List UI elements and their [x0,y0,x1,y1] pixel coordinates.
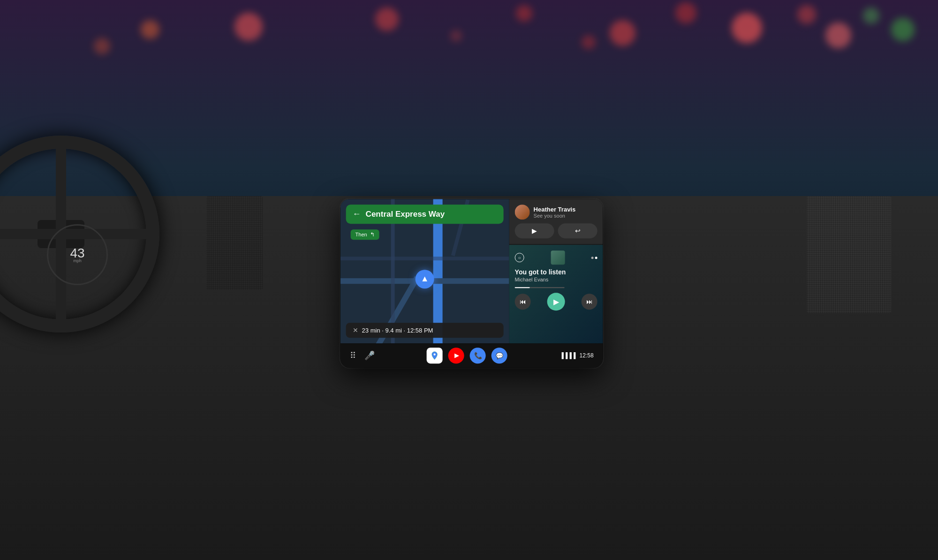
bokeh-light [863,8,879,24]
dot-1 [591,257,594,259]
music-content: ○ You got to listen Michael Evans [515,250,598,310]
music-progress-bar [515,287,565,288]
speaker-grille-right [807,196,891,313]
bokeh-light [141,20,159,39]
instrument-cluster: 43 mph [47,224,141,299]
next-track-button[interactable]: ⏭ [582,294,598,310]
navigation-arrow-icon: ▲ [421,274,429,284]
avatar-image [515,204,530,219]
map-road-3 [340,257,509,260]
turn-arrow-icon: ← [353,209,361,219]
right-panel: Heather Travis See you soon ▶ ↩ [509,199,603,343]
eta-bar[interactable]: ✕ 23 min · 9.4 mi · 12:58 PM [346,323,504,338]
then-arrow-icon: ↰ [370,231,375,238]
taskbar-right: ▐▐▐▐ 12:58 [560,352,594,359]
dot-2 [595,257,598,259]
taskbar-left: ⠿ 🎤 [350,350,375,361]
eta-minutes: 23 min [362,327,380,334]
contact-avatar [515,204,530,219]
cluster-ring: 43 mph [47,224,108,285]
map-section[interactable]: ← Central Express Way Then ↰ ▲ ✕ 23 min … [340,199,509,343]
signal-strength-icon: ▐▐▐▐ [560,352,576,359]
play-message-button[interactable]: ▶ [515,223,554,238]
artist-name: Michael Evans [515,277,598,282]
previous-track-button[interactable]: ⏮ [515,294,531,310]
next-icon: ⏭ [586,298,593,305]
app-launcher-icon[interactable]: ⠿ [350,350,356,361]
reply-message-button[interactable]: ↩ [558,223,598,238]
android-auto-screen: ← Central Express Way Then ↰ ▲ ✕ 23 min … [340,199,603,368]
close-navigation-icon[interactable]: ✕ [353,326,358,334]
play-pause-button[interactable]: ▶ [547,293,565,310]
bokeh-light [891,18,915,41]
voice-search-icon[interactable]: 🎤 [364,350,375,361]
phone-app-icon[interactable]: 📞 [470,348,486,363]
bokeh-light [732,13,762,43]
message-preview: See you soon [534,213,598,219]
system-time: 12:58 [580,352,594,359]
bokeh-light [797,5,816,24]
navigation-header[interactable]: ← Central Express Way [346,204,504,224]
car-location-marker: ▲ [416,270,434,288]
bokeh-light [450,30,462,42]
bokeh-light [675,2,696,23]
bokeh-light [375,8,399,31]
then-label: Then [356,232,367,237]
music-top-row: ○ [515,250,598,265]
music-card[interactable]: ○ You got to listen Michael Evans [509,245,603,343]
music-progress-fill [515,287,530,288]
music-controls: ⏮ ▶ ⏭ [515,293,598,310]
reply-icon: ↩ [575,227,581,235]
album-art [551,250,565,265]
taskbar-center: ▶ 📞 💬 [375,348,560,363]
messages-app-icon[interactable]: 💬 [492,348,507,363]
street-name: Central Express Way [366,210,445,219]
youtube-music-app-icon[interactable]: ▶ [448,348,464,363]
bokeh-light [516,5,532,22]
eta-distance: 9.4 mi [385,327,401,334]
screen-content: ← Central Express Way Then ↰ ▲ ✕ 23 min … [340,199,603,343]
eta-separator: · [382,327,385,334]
contact-name: Heather Travis [534,206,598,213]
message-card[interactable]: Heather Travis See you soon ▶ ↩ [509,199,603,244]
marker-circle: ▲ [416,270,434,288]
bokeh-light [825,23,851,48]
bokeh-light [582,35,596,49]
bokeh-light [94,38,110,54]
music-service-icon: ○ [515,253,524,262]
steering-wheel-area [0,112,281,560]
bokeh-light [610,20,635,46]
maps-app-icon[interactable] [427,348,443,363]
eta-time: 12:58 PM [407,327,433,334]
music-dots [591,257,598,259]
play-pause-icon: ▶ [553,297,559,306]
play-icon: ▶ [532,227,537,235]
then-indicator: Then ↰ [351,229,379,240]
message-header: Heather Travis See you soon [515,204,598,219]
eta-info: 23 min · 9.4 mi · 12:58 PM [362,327,433,334]
taskbar: ⠿ 🎤 ▶ 📞 💬 ▐▐▐▐ 12:58 [340,343,603,368]
message-info: Heather Travis See you soon [534,206,598,219]
message-actions: ▶ ↩ [515,223,598,238]
bokeh-light [234,13,263,41]
prev-icon: ⏮ [520,298,526,305]
song-title: You got to listen [515,268,598,276]
